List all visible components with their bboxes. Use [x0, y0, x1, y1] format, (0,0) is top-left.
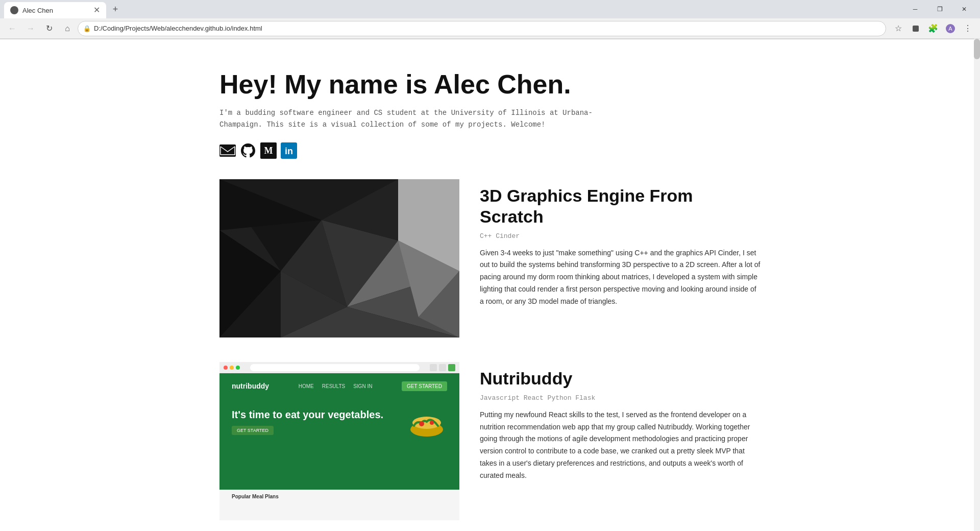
nb-window-btns — [430, 364, 455, 371]
address-bar-url: D:/Coding/Projects/Web/alecchendev.githu… — [94, 25, 880, 32]
extension-1-button[interactable] — [908, 20, 924, 37]
minimize-button[interactable]: ─ — [903, 1, 927, 17]
maximize-button[interactable]: ❐ — [928, 1, 951, 17]
nb-url-bar — [250, 364, 420, 371]
nb-btn2 — [439, 364, 446, 371]
svg-rect-0 — [913, 26, 919, 32]
project-description-3d-graphics: Given 3-4 weeks to just "make something"… — [480, 247, 761, 308]
window-controls: ─ ❐ ✕ — [903, 1, 976, 17]
scrollbar-track[interactable] — [974, 39, 980, 531]
nutribuddy-hero-section: It's time to eat your vegetables. GET ST… — [232, 401, 447, 442]
project-item-3d-graphics: 3D Graphics Engine From Scratch C++ Cind… — [219, 179, 761, 337]
hero-description: I'm a budding software engineer and CS s… — [219, 107, 607, 130]
project-description-nutribuddy: Putting my newfound React skills to the … — [480, 409, 761, 482]
social-icons: M in — [219, 142, 761, 159]
scrollbar-thumb[interactable] — [974, 39, 980, 59]
svg-text:M: M — [264, 146, 273, 156]
nutribuddy-browser-bar — [219, 362, 459, 373]
nutribuddy-screenshot: nutribuddy HOME RESULTS SIGN IN GET STAR… — [219, 362, 459, 520]
nutribuddy-hero-title: It's time to eat your vegetables. — [232, 408, 383, 421]
project-info-3d-graphics: 3D Graphics Engine From Scratch C++ Cind… — [480, 179, 761, 308]
nutribuddy-content: nutribuddy HOME RESULTS SIGN IN GET STAR… — [219, 373, 459, 490]
browser-toolbar: ← → ↻ ⌂ 🔒 D:/Coding/Projects/Web/alecche… — [0, 18, 980, 39]
address-bar-lock-icon: 🔒 — [83, 25, 91, 32]
browser-chrome: Alec Chen ✕ + ─ ❐ ✕ ← → ↻ ⌂ 🔒 D:/Coding/… — [0, 0, 980, 39]
nb-dot-yellow — [230, 366, 234, 370]
project-title-nutribuddy: Nutribuddy — [480, 368, 761, 389]
svg-text:A: A — [948, 26, 952, 32]
nb-nav-link-3: SIGN IN — [353, 383, 372, 389]
linkedin-icon[interactable]: in — [281, 142, 297, 159]
bookmark-button[interactable]: ☆ — [890, 20, 906, 37]
project-item-nutribuddy: nutribuddy HOME RESULTS SIGN IN GET STAR… — [219, 362, 761, 520]
project-title-3d-graphics: 3D Graphics Engine From Scratch — [480, 185, 761, 227]
hero-heading: Hey! My name is Alec Chen. — [219, 70, 761, 99]
page-content: Hey! My name is Alec Chen. I'm a budding… — [209, 39, 771, 531]
home-button[interactable]: ⌂ — [59, 20, 76, 37]
refresh-button[interactable]: ↻ — [41, 20, 57, 37]
nb-btn1 — [430, 364, 437, 371]
email-icon[interactable] — [219, 142, 236, 159]
forward-button[interactable]: → — [22, 20, 39, 37]
browser-titlebar: Alec Chen ✕ + ─ ❐ ✕ — [0, 0, 980, 18]
tab-close-button[interactable]: ✕ — [93, 6, 100, 14]
nutribuddy-logo: nutribuddy — [232, 382, 269, 390]
nb-dot-red — [224, 366, 228, 370]
project-image-nutribuddy: nutribuddy HOME RESULTS SIGN IN GET STAR… — [219, 362, 459, 520]
browser-tab[interactable]: Alec Chen ✕ — [4, 2, 106, 18]
svg-point-30 — [419, 421, 424, 426]
medium-icon[interactable]: M — [260, 142, 277, 159]
project-tech-3d-graphics: C++ Cinder — [480, 232, 761, 240]
extensions-button[interactable]: 🧩 — [925, 20, 941, 37]
close-button[interactable]: ✕ — [952, 1, 976, 17]
nutribuddy-nav: nutribuddy HOME RESULTS SIGN IN GET STAR… — [232, 381, 447, 391]
nb-btn3 — [448, 364, 455, 371]
tab-title: Alec Chen — [22, 7, 89, 14]
address-bar[interactable]: 🔒 D:/Coding/Projects/Web/alecchendev.git… — [78, 21, 886, 36]
toolbar-right-icons: ☆ 🧩 A ⋮ — [890, 20, 976, 37]
project-info-nutribuddy: Nutribuddy Javascript React Python Flask… — [480, 362, 761, 482]
nb-nav-link-2: RESULTS — [322, 383, 345, 389]
nutribuddy-popular-meals-title: Popular Meal Plans — [232, 494, 279, 499]
new-tab-button[interactable]: + — [108, 2, 122, 16]
nutribuddy-bottom: Popular Meal Plans — [219, 490, 459, 520]
nb-cta-button: GET STARTED — [402, 381, 447, 391]
nb-dot-green — [236, 366, 240, 370]
nutribuddy-nav-links: HOME RESULTS SIGN IN — [299, 383, 373, 389]
github-icon[interactable] — [240, 142, 256, 159]
project-image-3d-graphics — [219, 179, 459, 337]
tab-favicon — [10, 6, 18, 14]
nutribuddy-hero-text: It's time to eat your vegetables. GET ST… — [232, 408, 383, 435]
nutribuddy-food-image — [406, 401, 447, 442]
menu-button[interactable]: ⋮ — [960, 20, 976, 37]
svg-text:in: in — [285, 146, 293, 156]
svg-point-31 — [430, 421, 434, 425]
project-tech-nutribuddy: Javascript React Python Flask — [480, 394, 761, 402]
profile-button[interactable]: A — [942, 20, 959, 37]
nutribuddy-hero-button: GET STARTED — [232, 426, 274, 435]
back-button[interactable]: ← — [4, 20, 20, 37]
nb-nav-link-1: HOME — [299, 383, 314, 389]
